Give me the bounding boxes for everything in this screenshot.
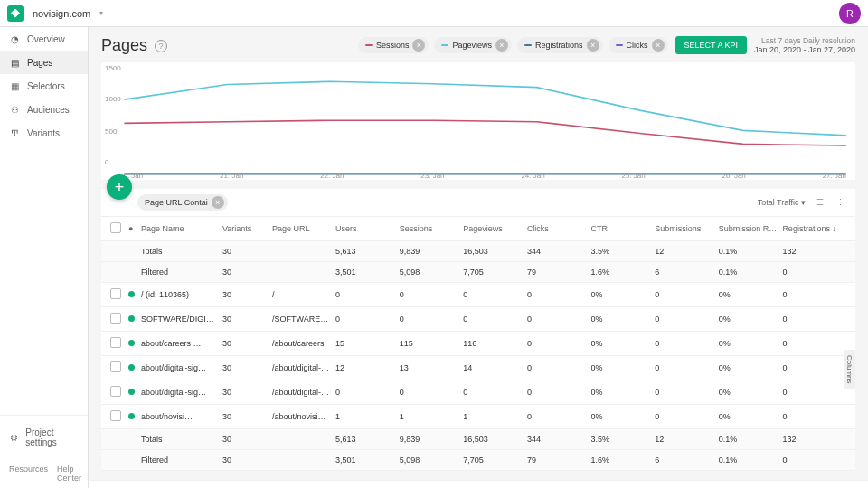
close-icon[interactable]: × [587,39,599,52]
topbar: novisign.com ▾ R [0,0,868,27]
status-dot [128,413,135,419]
sidebar-item-settings[interactable]: ⚙Project settings [9,423,79,452]
columns-tab[interactable]: Columns [844,350,855,389]
date-range[interactable]: Jan 20, 2020 - Jan 27, 2020 [754,45,855,54]
table-header: ● Page NameVariantsPage URL UsersSession… [101,216,855,241]
status-dot [128,340,135,346]
avatar[interactable]: R [839,3,861,24]
table-row: Filtered30 3,5015,0987,705 791.6%6 0.1%0 [101,450,855,471]
app-logo[interactable] [7,5,24,22]
overview-icon: ◔ [9,33,20,44]
sidebar-item-selectors[interactable]: ▦Selectors [0,74,88,98]
row-checkbox[interactable] [110,288,121,299]
resources-link[interactable]: Resources [9,465,48,483]
table-row: about/digital-sig…30/about/digital-signa… [101,380,855,405]
select-kpi-button[interactable]: SELECT A KPI [675,36,747,54]
status-dot [128,364,135,371]
audiences-icon: ⚇ [9,104,20,115]
table-row: Filtered30 3,5015,0987,705 791.6%6 0.1%0 [101,262,855,283]
row-checkbox[interactable] [110,410,121,421]
help-icon[interactable]: ? [155,40,167,52]
pages-icon: ▤ [9,57,20,68]
table-row: SOFTWARE/DIGI…30/SOFTWARE/DIGITAL-S 000 … [101,307,855,332]
variants-icon: Ͳ [9,127,20,138]
table-row: about/novisi…30/about/novisign-logos 111… [101,405,855,429]
table-row: Totals30 5,6139,83916,503 3443.5%12 0.1%… [101,241,855,262]
table-row: about/careers …30/about/careers 15115116… [101,332,855,356]
table-row: about/digital-sig…30/about/digital-signa… [101,356,855,380]
select-all-checkbox[interactable] [110,222,121,233]
row-checkbox[interactable] [110,361,121,372]
close-icon[interactable]: × [412,39,425,52]
sidebar-item-overview[interactable]: ◔Overview [0,27,88,51]
sidebar: ◔Overview ▤Pages ▦Selectors ⚇Audiences Ͳ… [0,27,89,488]
kpi-chip[interactable]: Registrations× [517,37,603,53]
row-checkbox[interactable] [110,337,121,348]
main-content: Pages ? Sessions×Pageviews×Registrations… [89,27,868,488]
date-meta: Last 7 days Daily resolution [754,36,855,45]
row-checkbox[interactable] [110,386,121,397]
status-dot [128,291,135,297]
close-icon[interactable]: × [652,39,665,52]
row-checkbox[interactable] [110,313,121,324]
site-name[interactable]: novisign.com [33,8,90,19]
kpi-chip[interactable]: Pageviews× [434,37,512,53]
page-title: Pages [101,36,147,55]
kpi-chips: Sessions×Pageviews×Registrations×Clicks× [358,37,668,53]
status-dot [128,389,135,395]
table-row: Totals30 5,6139,83916,503 3443.5%12 0.1%… [101,429,855,450]
chart: 1500 1000 500 0 20. Jan21. Jan22. Jan23.… [101,62,855,180]
filter-chip[interactable]: Page URL Contai × [137,194,228,211]
sidebar-item-pages[interactable]: ▤Pages [0,51,88,74]
more-icon[interactable]: ⋮ [835,196,846,209]
site-dropdown-icon[interactable]: ▾ [99,9,103,17]
close-icon[interactable]: × [212,196,224,209]
filter-icon[interactable]: ☰ [815,196,826,209]
sidebar-item-variants[interactable]: ͲVariants [0,121,88,145]
selectors-icon: ▦ [9,80,20,91]
data-table: ● Page NameVariantsPage URL UsersSession… [101,216,855,471]
table-section: + Page URL Contai × Total Traffic ▾ ☰ ⋮ … [101,189,855,471]
close-icon[interactable]: × [495,39,508,52]
gear-icon: ⚙ [9,432,18,443]
kpi-chip[interactable]: Sessions× [358,37,429,53]
pagination: Rows per page: 50 ▾ Total rows: 1437 ‹ ›… [89,480,868,488]
add-button[interactable]: + [107,174,132,200]
sidebar-item-audiences[interactable]: ⚇Audiences [0,98,88,121]
kpi-chip[interactable]: Clicks× [609,37,668,53]
help-link[interactable]: Help Center [57,465,81,483]
status-dot [128,315,135,322]
traffic-dropdown[interactable]: Total Traffic ▾ [758,198,806,207]
table-row: / (id: 110365)30/ 000 00%0 0%0 [101,283,855,307]
